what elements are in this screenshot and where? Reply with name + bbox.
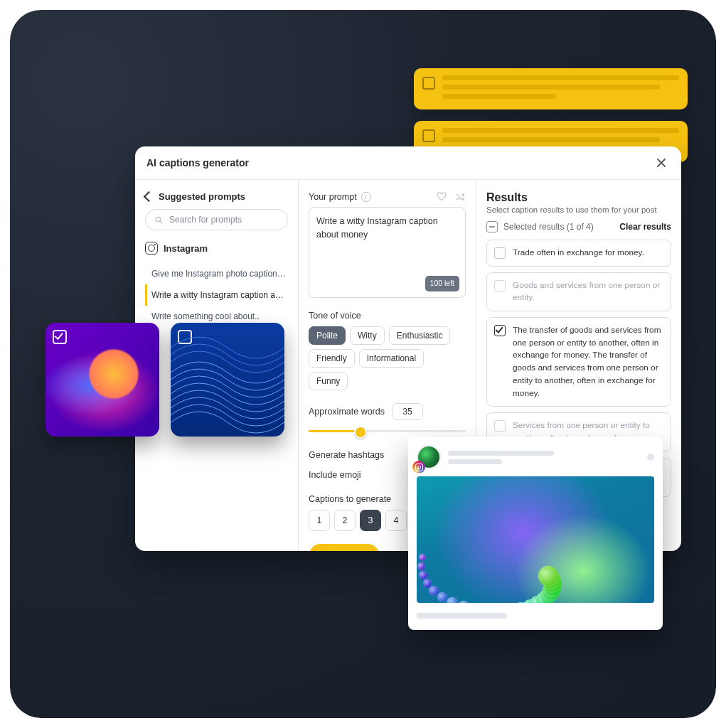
notification-banner: [414, 68, 688, 109]
modal-header: AI captions generator: [135, 146, 681, 180]
placeholder-lines: [442, 75, 679, 102]
count-button[interactable]: 3: [360, 510, 381, 531]
result-checkbox[interactable]: [494, 325, 506, 336]
result-text: Trade often in exchange for money.: [513, 247, 644, 259]
close-icon: [657, 159, 666, 167]
checkbox-icon: [422, 129, 435, 142]
tone-label: Tone of voice: [309, 311, 361, 321]
stage: AI captions generator Suggested prompts …: [10, 10, 716, 718]
tone-chip[interactable]: Informational: [359, 349, 424, 368]
favorite-button[interactable]: [436, 191, 447, 203]
count-button[interactable]: 2: [334, 510, 356, 531]
prompt-list: Give me Instagram photo captions for a..…: [145, 263, 288, 327]
search-placeholder: Search for prompts: [169, 215, 242, 225]
back-button[interactable]: Suggested prompts: [145, 191, 288, 202]
back-label: Suggested prompts: [159, 191, 245, 202]
close-button[interactable]: [653, 154, 670, 171]
svg-point-0: [156, 217, 161, 222]
checkbox-icon: [422, 77, 435, 90]
thumbnail-checkbox[interactable]: [53, 330, 67, 344]
instagram-badge-icon: [412, 461, 425, 473]
platform-row[interactable]: Instagram: [145, 242, 288, 255]
avatar-wrap: [417, 445, 441, 469]
result-checkbox[interactable]: [494, 280, 506, 291]
preview-placeholder-lines: [448, 451, 640, 464]
thumbnail-abstract-fish[interactable]: [46, 323, 159, 437]
approx-words-value[interactable]: 35: [392, 403, 423, 420]
clear-results-button[interactable]: Clear results: [619, 222, 671, 232]
count-label: Captions to generate: [309, 494, 391, 504]
wave-graphic: [171, 323, 284, 437]
indeterminate-checkbox-icon[interactable]: [486, 221, 498, 232]
approx-words-label: Approximate words: [309, 407, 385, 417]
image-thumbnails: [46, 323, 284, 437]
count-button[interactable]: 1: [309, 510, 330, 531]
tone-chips: PoliteWittyEnthusiasticFriendlyInformati…: [309, 326, 466, 390]
modal-title: AI captions generator: [146, 157, 249, 168]
result-item[interactable]: The transfer of goods and services from …: [486, 317, 671, 407]
generate-button[interactable]: Generate: [309, 544, 380, 551]
shuffle-button[interactable]: [454, 191, 466, 203]
prompt-textarea[interactable]: Write a witty Instagram caption about mo…: [309, 207, 466, 298]
search-input[interactable]: Search for prompts: [145, 209, 288, 230]
heart-icon: [437, 192, 447, 202]
tone-chip[interactable]: Polite: [309, 326, 346, 345]
prompt-item[interactable]: Write a witty Instagram caption about...: [145, 284, 288, 306]
preview-header: [417, 445, 654, 469]
shuffle-icon: [455, 192, 465, 202]
char-counter: 100 left: [425, 276, 459, 291]
approx-words-slider[interactable]: [309, 424, 466, 437]
prompt-value: Write a witty Instagram caption about mo…: [316, 216, 438, 240]
tone-chip[interactable]: Friendly: [309, 349, 355, 368]
tone-chip[interactable]: Enthusiastic: [389, 326, 451, 345]
post-preview-card: [408, 437, 663, 630]
prompt-label-row: Your prompt i: [309, 191, 466, 203]
prompt-item[interactable]: Give me Instagram photo captions for a..…: [145, 263, 288, 284]
chevron-left-icon: [144, 191, 155, 203]
search-icon: [154, 215, 164, 225]
selected-count: Selected results (1 of 4): [503, 222, 594, 232]
result-item[interactable]: Trade often in exchange for money.: [486, 240, 671, 267]
count-button[interactable]: 4: [385, 510, 407, 531]
hashtags-label: Generate hashtags: [309, 450, 384, 460]
result-text: Goods and services from one person or en…: [513, 279, 663, 304]
swirl-graphic: [417, 476, 654, 603]
result-checkbox[interactable]: [494, 420, 506, 432]
preview-footer: [417, 613, 654, 619]
tone-chip[interactable]: Witty: [350, 326, 385, 345]
platform-label: Instagram: [164, 243, 208, 254]
result-item[interactable]: Goods and services from one person or en…: [486, 272, 671, 311]
emoji-label: Include emoji: [309, 470, 361, 480]
preview-image: [417, 476, 654, 603]
prompt-label: Your prompt: [309, 192, 357, 202]
results-title: Results: [486, 191, 671, 204]
thumbnail-blue-waves[interactable]: [171, 323, 284, 437]
selection-summary: Selected results (1 of 4) Clear results: [486, 221, 671, 232]
preview-menu-icon[interactable]: [647, 454, 654, 461]
result-text: The transfer of goods and services from …: [513, 324, 663, 400]
instagram-icon: [145, 242, 158, 255]
results-subtitle: Select caption results to use them for y…: [486, 205, 671, 214]
info-icon[interactable]: i: [361, 192, 371, 202]
result-checkbox[interactable]: [494, 247, 506, 259]
tone-chip[interactable]: Funny: [309, 372, 348, 390]
